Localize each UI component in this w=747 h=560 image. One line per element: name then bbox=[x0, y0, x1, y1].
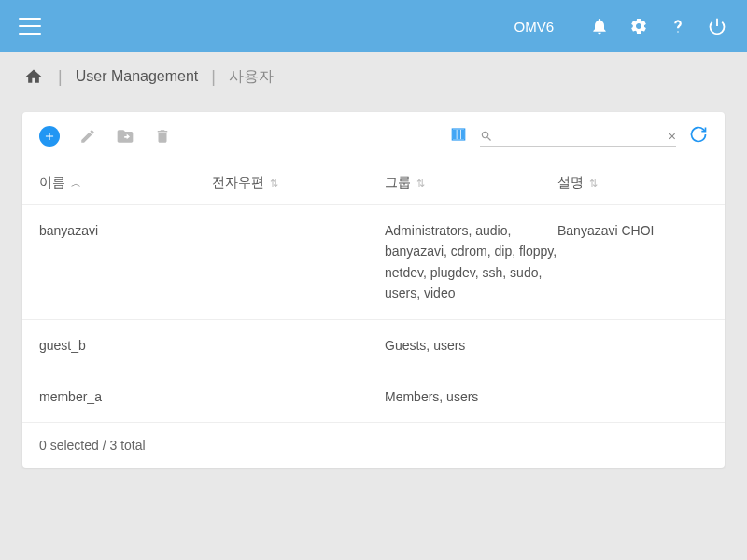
brand-label: OMV6 bbox=[514, 19, 554, 35]
refresh-icon[interactable] bbox=[689, 125, 708, 147]
sort-icon: ⇅ bbox=[270, 177, 278, 189]
topbar-divider bbox=[571, 15, 571, 37]
cell-groups: Administrators, audio, banyazavi, cdrom,… bbox=[385, 220, 557, 304]
search-field: × bbox=[480, 127, 676, 147]
cell-name: member_a bbox=[39, 386, 212, 407]
help-icon[interactable] bbox=[667, 15, 689, 37]
search-clear-icon[interactable]: × bbox=[669, 129, 676, 144]
column-header-groups[interactable]: 그룹 ⇅ bbox=[385, 175, 557, 191]
column-label: 설명 bbox=[557, 175, 584, 191]
toolbar: × bbox=[22, 112, 725, 161]
search-icon bbox=[480, 130, 493, 143]
column-header-name[interactable]: 이름 ︿ bbox=[39, 175, 212, 191]
cell-email bbox=[212, 386, 385, 407]
breadcrumb: | User Management | 사용자 bbox=[0, 52, 747, 101]
column-label: 그룹 bbox=[385, 175, 411, 191]
column-label: 이름 bbox=[39, 175, 65, 191]
table-footer: 0 selected / 3 total bbox=[22, 423, 725, 468]
users-panel: × 이름 ︿ 전자우편 ⇅ 그룹 ⇅ 설명 ⇅ banyazavi Admini… bbox=[22, 112, 725, 468]
table-row[interactable]: banyazavi Administrators, audio, banyaza… bbox=[22, 205, 725, 320]
breadcrumb-separator: | bbox=[58, 67, 63, 87]
cell-description bbox=[557, 335, 708, 356]
sort-icon: ⇅ bbox=[589, 177, 598, 189]
svg-point-0 bbox=[677, 31, 678, 32]
edit-icon[interactable] bbox=[78, 127, 97, 146]
sort-icon: ⇅ bbox=[416, 177, 425, 189]
cell-description bbox=[557, 386, 708, 407]
columns-icon[interactable] bbox=[450, 126, 467, 147]
settings-icon[interactable] bbox=[627, 15, 650, 37]
breadcrumb-item-user-management[interactable]: User Management bbox=[76, 68, 199, 85]
column-label: 전자우편 bbox=[212, 175, 264, 191]
table-header: 이름 ︿ 전자우편 ⇅ 그룹 ⇅ 설명 ⇅ bbox=[22, 161, 725, 205]
cell-description: Banyazavi CHOI bbox=[557, 220, 708, 304]
table-row[interactable]: guest_b Guests, users bbox=[22, 320, 725, 371]
home-icon[interactable] bbox=[22, 65, 45, 88]
cell-groups: Members, users bbox=[385, 386, 557, 407]
cell-name: guest_b bbox=[39, 335, 212, 356]
cell-email bbox=[212, 220, 385, 304]
notifications-icon[interactable] bbox=[588, 15, 611, 37]
sort-asc-icon: ︿ bbox=[71, 176, 81, 190]
search-input[interactable] bbox=[499, 129, 663, 143]
column-header-email[interactable]: 전자우편 ⇅ bbox=[212, 175, 385, 191]
shared-folder-icon[interactable] bbox=[116, 127, 134, 146]
topbar: OMV6 bbox=[0, 0, 747, 52]
power-icon[interactable] bbox=[706, 15, 728, 37]
add-button[interactable] bbox=[39, 126, 60, 147]
menu-toggle-button[interactable] bbox=[19, 18, 41, 35]
breadcrumb-item-users[interactable]: 사용자 bbox=[229, 67, 274, 87]
table-row[interactable]: member_a Members, users bbox=[22, 371, 725, 423]
cell-groups: Guests, users bbox=[385, 335, 557, 356]
cell-email bbox=[212, 335, 385, 356]
cell-name: banyazavi bbox=[39, 220, 212, 304]
delete-icon[interactable] bbox=[153, 127, 172, 146]
breadcrumb-separator: | bbox=[211, 67, 216, 87]
column-header-description[interactable]: 설명 ⇅ bbox=[557, 175, 708, 191]
